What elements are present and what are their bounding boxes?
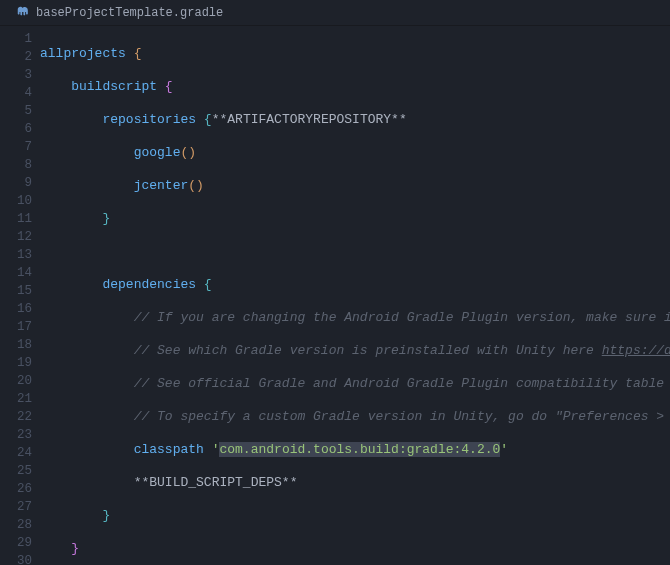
line-gutter: 1234567891011121314151617181920212223242… (0, 26, 40, 565)
line-number: 13 (0, 246, 32, 264)
line-number: 6 (0, 120, 32, 138)
line-number: 27 (0, 498, 32, 516)
editor: 1234567891011121314151617181920212223242… (0, 26, 670, 565)
line-number: 9 (0, 174, 32, 192)
line-number: 28 (0, 516, 32, 534)
line-number: 19 (0, 354, 32, 372)
line-number: 15 (0, 282, 32, 300)
elephant-icon (16, 4, 30, 22)
file-tab[interactable]: baseProjectTemplate.gradle (6, 0, 233, 26)
line-number: 29 (0, 534, 32, 552)
line-number: 11 (0, 210, 32, 228)
line-number: 3 (0, 66, 32, 84)
line-number: 24 (0, 444, 32, 462)
tab-filename: baseProjectTemplate.gradle (36, 6, 223, 20)
line-number: 21 (0, 390, 32, 408)
tab-bar: baseProjectTemplate.gradle (0, 0, 670, 26)
selected-text: com.android.tools.build:gradle:4.2.0 (219, 442, 500, 457)
line-number: 14 (0, 264, 32, 282)
line-number: 7 (0, 138, 32, 156)
line-number: 30 (0, 552, 32, 565)
line-number: 8 (0, 156, 32, 174)
line-number: 10 (0, 192, 32, 210)
line-number: 18 (0, 336, 32, 354)
line-number: 17 (0, 318, 32, 336)
line-number: 2 (0, 48, 32, 66)
code-area[interactable]: allprojects { buildscript { repositories… (40, 26, 670, 565)
line-number: 1 (0, 30, 32, 48)
line-number: 20 (0, 372, 32, 390)
line-number: 16 (0, 300, 32, 318)
line-number: 5 (0, 102, 32, 120)
line-number: 23 (0, 426, 32, 444)
line-number: 12 (0, 228, 32, 246)
line-number: 4 (0, 84, 32, 102)
line-number: 22 (0, 408, 32, 426)
line-number: 26 (0, 480, 32, 498)
line-number: 25 (0, 462, 32, 480)
